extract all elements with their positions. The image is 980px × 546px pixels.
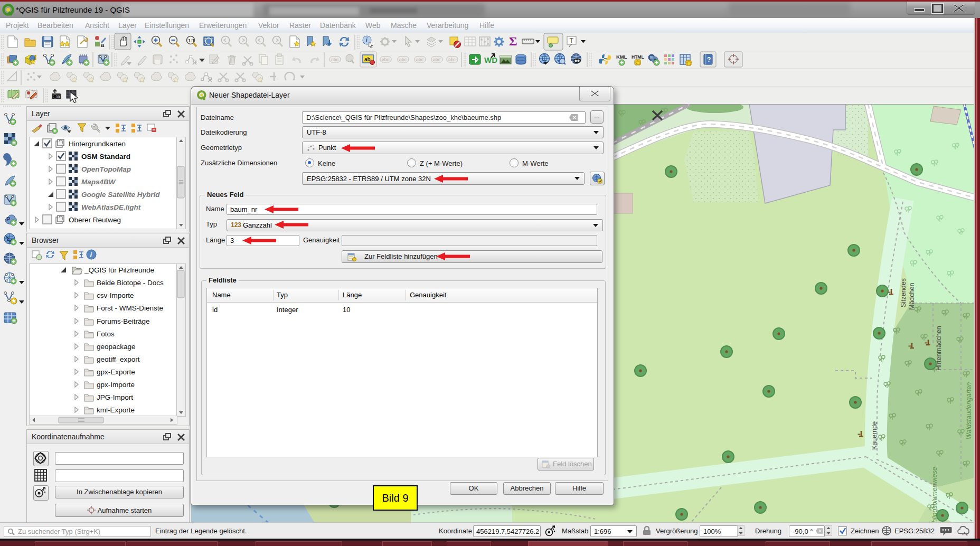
svg-text:Hirtenmädchen: Hirtenmädchen (935, 326, 943, 371)
svg-text:_QGIS für Pilzfreunde: _QGIS für Pilzfreunde (84, 266, 154, 274)
svg-text:Forst - WMS-Dienste: Forst - WMS-Dienste (97, 304, 163, 312)
svg-text:kml-Exporte: kml-Exporte (97, 406, 135, 414)
svg-text:gpx-Exporte: gpx-Exporte (97, 368, 135, 376)
svg-text:i: i (90, 251, 92, 259)
svg-text:Google Satellite Hybrid: Google Satellite Hybrid (81, 191, 160, 199)
svg-text:Fotos: Fotos (97, 330, 115, 338)
svg-text:Beide Biotope - Docs: Beide Biotope - Docs (97, 279, 164, 287)
svg-text:Mädchen: Mädchen (908, 283, 916, 310)
svg-text:Waldstaudengarten: Waldstaudengarten (965, 382, 973, 439)
svg-text:Forums-Beiträge: Forums-Beiträge (97, 317, 150, 325)
svg-text:Sitzendes: Sitzendes (900, 278, 907, 307)
svg-text:Maps4BW: Maps4BW (81, 178, 116, 186)
svg-text:geopackage: geopackage (97, 343, 136, 351)
svg-text:WebAtlasDE.light: WebAtlasDE.light (81, 203, 141, 211)
svg-text:Hintergrundkarten: Hintergrundkarten (69, 140, 126, 148)
svg-text:Oberer Reutweg: Oberer Reutweg (69, 216, 121, 224)
svg-text:hlingsblumenwiese: hlingsblumenwiese (931, 467, 938, 523)
svg-text:JPG-Import: JPG-Import (97, 393, 133, 401)
svg-text:gpx-Importe: gpx-Importe (97, 381, 135, 389)
svg-text:geotiff_export: geotiff_export (97, 355, 140, 363)
svg-text:OpenTopoMap: OpenTopoMap (81, 165, 131, 173)
svg-text:OSM Standard: OSM Standard (81, 153, 130, 161)
svg-text:csv-Importe: csv-Importe (97, 291, 134, 299)
svg-text:P: P (6, 216, 10, 222)
svg-text:Kauernde: Kauernde (871, 421, 878, 450)
